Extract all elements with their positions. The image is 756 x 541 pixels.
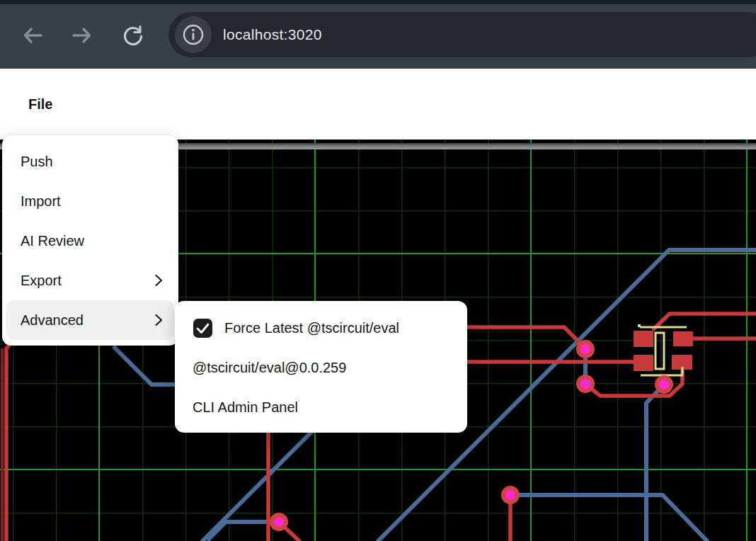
app-menubar: File bbox=[0, 69, 756, 139]
menu-item-label: Export bbox=[21, 273, 62, 289]
back-button[interactable] bbox=[18, 21, 47, 50]
menu-item-ai-review[interactable]: AI Review bbox=[2, 221, 178, 261]
url-text[interactable]: localhost:3020 bbox=[223, 12, 322, 57]
submenu-item-cli-admin-panel[interactable]: CLI Admin Panel bbox=[175, 387, 467, 427]
menu-item-label: Advanced bbox=[21, 312, 84, 329]
menu-item-import[interactable]: Import bbox=[2, 181, 178, 221]
forward-arrow-icon bbox=[70, 23, 94, 47]
submenu-item-label: Force Latest @tscircuit/eval bbox=[224, 320, 399, 336]
checkmark-icon bbox=[193, 319, 212, 338]
submenu-item-label: @tscircuit/eval@0.0.259 bbox=[193, 360, 346, 376]
chevron-right-icon bbox=[153, 273, 164, 287]
site-info-button[interactable] bbox=[175, 16, 212, 53]
back-arrow-icon bbox=[21, 23, 45, 47]
menu-item-advanced[interactable]: Advanced bbox=[6, 300, 174, 340]
info-icon bbox=[181, 23, 205, 47]
file-menu-button[interactable]: File bbox=[28, 69, 52, 139]
reload-icon bbox=[120, 22, 147, 49]
menu-item-push[interactable]: Push bbox=[2, 142, 178, 181]
forward-button[interactable] bbox=[68, 21, 96, 50]
submenu-item-force-latest-eval[interactable]: Force Latest @tscircuit/eval bbox=[175, 308, 467, 348]
file-dropdown-menu: Push Import AI Review Export Advanced bbox=[2, 135, 178, 346]
advanced-submenu: Force Latest @tscircuit/eval @tscircuit/… bbox=[175, 301, 467, 433]
submenu-item-eval-version[interactable]: @tscircuit/eval@0.0.259 bbox=[175, 348, 467, 387]
force-latest-checkbox[interactable] bbox=[193, 319, 212, 338]
browser-toolbar: localhost:3020 bbox=[0, 0, 756, 69]
chevron-right-icon bbox=[153, 313, 164, 327]
menu-item-label: Import bbox=[21, 193, 61, 210]
menu-item-label: Push bbox=[21, 154, 53, 170]
window-top-edge bbox=[0, 0, 756, 4]
menu-item-label: AI Review bbox=[21, 233, 84, 249]
url-bar[interactable]: localhost:3020 bbox=[168, 12, 756, 57]
app-window: localhost:3020 File bbox=[0, 0, 756, 541]
submenu-item-label: CLI Admin Panel bbox=[193, 399, 298, 416]
menu-item-export[interactable]: Export bbox=[2, 261, 178, 300]
reload-button[interactable] bbox=[119, 21, 147, 50]
